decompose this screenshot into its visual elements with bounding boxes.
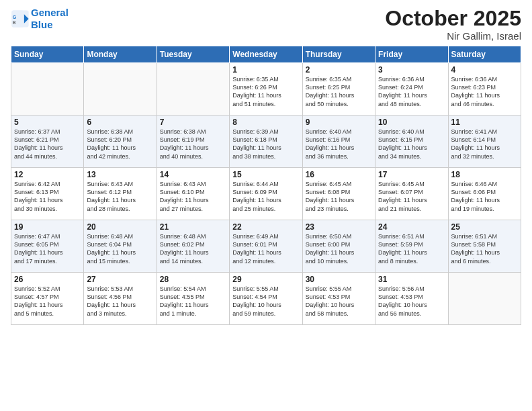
calendar-week-3: 12Sunrise: 6:42 AM Sunset: 6:13 PM Dayli…	[11, 168, 521, 220]
day-info: Sunrise: 6:48 AM Sunset: 6:04 PM Dayligh…	[87, 232, 153, 265]
day-info: Sunrise: 5:52 AM Sunset: 4:57 PM Dayligh…	[14, 285, 81, 318]
day-info: Sunrise: 6:48 AM Sunset: 6:02 PM Dayligh…	[160, 232, 226, 265]
calendar-cell: 15Sunrise: 6:44 AM Sunset: 6:09 PM Dayli…	[230, 168, 302, 220]
day-number: 24	[378, 222, 445, 232]
calendar-cell: 17Sunrise: 6:45 AM Sunset: 6:07 PM Dayli…	[375, 168, 448, 220]
calendar-cell: 23Sunrise: 6:50 AM Sunset: 6:00 PM Dayli…	[302, 220, 375, 273]
calendar-week-5: 26Sunrise: 5:52 AM Sunset: 4:57 PM Dayli…	[11, 273, 521, 325]
calendar-cell: 28Sunrise: 5:54 AM Sunset: 4:55 PM Dayli…	[157, 273, 229, 325]
day-info: Sunrise: 6:45 AM Sunset: 6:07 PM Dayligh…	[378, 180, 445, 213]
day-info: Sunrise: 6:45 AM Sunset: 6:08 PM Dayligh…	[306, 180, 372, 213]
calendar-cell: 7Sunrise: 6:38 AM Sunset: 6:19 PM Daylig…	[157, 116, 229, 168]
title-block: October 2025 Nir Gallim, Israel	[385, 7, 521, 42]
calendar-cell	[84, 63, 157, 116]
day-info: Sunrise: 5:56 AM Sunset: 4:53 PM Dayligh…	[378, 285, 445, 318]
calendar-cell: 11Sunrise: 6:41 AM Sunset: 6:14 PM Dayli…	[448, 116, 521, 168]
day-info: Sunrise: 6:38 AM Sunset: 6:20 PM Dayligh…	[87, 128, 153, 161]
day-number: 4	[451, 65, 518, 75]
weekday-header-saturday: Saturday	[448, 46, 521, 63]
day-number: 29	[232, 275, 299, 284]
day-number: 25	[451, 222, 518, 232]
calendar-cell: 9Sunrise: 6:40 AM Sunset: 6:16 PM Daylig…	[302, 116, 375, 168]
day-number: 26	[14, 275, 81, 284]
day-info: Sunrise: 6:44 AM Sunset: 6:09 PM Dayligh…	[232, 180, 299, 213]
calendar-cell: 25Sunrise: 6:51 AM Sunset: 5:58 PM Dayli…	[448, 220, 521, 273]
calendar-week-2: 5Sunrise: 6:37 AM Sunset: 6:21 PM Daylig…	[11, 116, 521, 168]
calendar-cell: 1Sunrise: 6:35 AM Sunset: 6:26 PM Daylig…	[230, 63, 302, 116]
calendar-cell: 12Sunrise: 6:42 AM Sunset: 6:13 PM Dayli…	[11, 168, 84, 220]
day-info: Sunrise: 6:43 AM Sunset: 6:12 PM Dayligh…	[87, 180, 153, 213]
calendar-cell	[11, 63, 84, 116]
calendar-cell: 26Sunrise: 5:52 AM Sunset: 4:57 PM Dayli…	[11, 273, 84, 325]
day-number: 31	[378, 275, 445, 284]
calendar-cell: 24Sunrise: 6:51 AM Sunset: 5:59 PM Dayli…	[375, 220, 448, 273]
calendar-cell: 22Sunrise: 6:49 AM Sunset: 6:01 PM Dayli…	[230, 220, 302, 273]
calendar-cell: 6Sunrise: 6:38 AM Sunset: 6:20 PM Daylig…	[84, 116, 157, 168]
weekday-header-monday: Monday	[84, 46, 157, 63]
day-number: 10	[378, 118, 445, 127]
day-number: 30	[306, 275, 372, 284]
day-info: Sunrise: 6:38 AM Sunset: 6:19 PM Dayligh…	[160, 128, 226, 161]
day-number: 19	[14, 222, 81, 232]
logo: G B General Blue	[11, 7, 69, 31]
day-info: Sunrise: 6:37 AM Sunset: 6:21 PM Dayligh…	[14, 128, 81, 161]
calendar-cell: 27Sunrise: 5:53 AM Sunset: 4:56 PM Dayli…	[84, 273, 157, 325]
svg-text:G: G	[13, 15, 17, 19]
day-number: 7	[160, 118, 226, 127]
calendar-cell: 3Sunrise: 6:36 AM Sunset: 6:24 PM Daylig…	[375, 63, 448, 116]
day-info: Sunrise: 5:54 AM Sunset: 4:55 PM Dayligh…	[160, 285, 226, 318]
header: G B General Blue October 2025 Nir Gallim…	[11, 7, 521, 42]
calendar-cell: 16Sunrise: 6:45 AM Sunset: 6:08 PM Dayli…	[302, 168, 375, 220]
calendar-cell: 5Sunrise: 6:37 AM Sunset: 6:21 PM Daylig…	[11, 116, 84, 168]
svg-text:B: B	[13, 20, 16, 25]
day-info: Sunrise: 6:36 AM Sunset: 6:23 PM Dayligh…	[451, 75, 518, 108]
weekday-header-friday: Friday	[375, 46, 448, 63]
day-number: 20	[87, 222, 153, 232]
day-info: Sunrise: 6:42 AM Sunset: 6:13 PM Dayligh…	[14, 180, 81, 213]
day-number: 14	[160, 170, 226, 179]
calendar-cell	[448, 273, 521, 325]
day-info: Sunrise: 5:55 AM Sunset: 4:54 PM Dayligh…	[232, 285, 299, 318]
day-info: Sunrise: 6:40 AM Sunset: 6:15 PM Dayligh…	[378, 128, 445, 161]
day-number: 15	[232, 170, 299, 179]
calendar-cell: 2Sunrise: 6:35 AM Sunset: 6:25 PM Daylig…	[302, 63, 375, 116]
calendar-cell: 18Sunrise: 6:46 AM Sunset: 6:06 PM Dayli…	[448, 168, 521, 220]
day-number: 22	[232, 222, 299, 232]
day-info: Sunrise: 6:36 AM Sunset: 6:24 PM Dayligh…	[378, 75, 445, 108]
day-number: 17	[378, 170, 445, 179]
weekday-header-sunday: Sunday	[11, 46, 84, 63]
calendar-cell: 4Sunrise: 6:36 AM Sunset: 6:23 PM Daylig…	[448, 63, 521, 116]
day-info: Sunrise: 6:46 AM Sunset: 6:06 PM Dayligh…	[451, 180, 518, 213]
calendar-cell: 29Sunrise: 5:55 AM Sunset: 4:54 PM Dayli…	[230, 273, 302, 325]
calendar-cell	[157, 63, 229, 116]
day-info: Sunrise: 6:39 AM Sunset: 6:18 PM Dayligh…	[232, 128, 299, 161]
day-number: 2	[306, 65, 372, 75]
day-info: Sunrise: 6:50 AM Sunset: 6:00 PM Dayligh…	[306, 232, 372, 265]
day-info: Sunrise: 6:40 AM Sunset: 6:16 PM Dayligh…	[306, 128, 372, 161]
calendar-cell: 31Sunrise: 5:56 AM Sunset: 4:53 PM Dayli…	[375, 273, 448, 325]
calendar-cell: 14Sunrise: 6:43 AM Sunset: 6:10 PM Dayli…	[157, 168, 229, 220]
day-number: 8	[232, 118, 299, 127]
day-info: Sunrise: 5:55 AM Sunset: 4:53 PM Dayligh…	[306, 285, 372, 318]
calendar-cell: 13Sunrise: 6:43 AM Sunset: 6:12 PM Dayli…	[84, 168, 157, 220]
day-info: Sunrise: 6:47 AM Sunset: 6:05 PM Dayligh…	[14, 232, 81, 265]
day-info: Sunrise: 5:53 AM Sunset: 4:56 PM Dayligh…	[87, 285, 153, 318]
weekday-header-tuesday: Tuesday	[157, 46, 229, 63]
day-info: Sunrise: 6:51 AM Sunset: 5:59 PM Dayligh…	[378, 232, 445, 265]
day-number: 12	[14, 170, 81, 179]
weekday-header-thursday: Thursday	[302, 46, 375, 63]
day-info: Sunrise: 6:51 AM Sunset: 5:58 PM Dayligh…	[451, 232, 518, 265]
calendar-cell: 21Sunrise: 6:48 AM Sunset: 6:02 PM Dayli…	[157, 220, 229, 273]
calendar-cell: 10Sunrise: 6:40 AM Sunset: 6:15 PM Dayli…	[375, 116, 448, 168]
day-number: 3	[378, 65, 445, 75]
calendar-week-1: 1Sunrise: 6:35 AM Sunset: 6:26 PM Daylig…	[11, 63, 521, 116]
day-number: 13	[87, 170, 153, 179]
weekday-header-wednesday: Wednesday	[230, 46, 302, 63]
day-number: 23	[306, 222, 372, 232]
day-info: Sunrise: 6:49 AM Sunset: 6:01 PM Dayligh…	[232, 232, 299, 265]
logo-general: General	[31, 7, 69, 18]
calendar-cell: 30Sunrise: 5:55 AM Sunset: 4:53 PM Dayli…	[302, 273, 375, 325]
day-number: 27	[87, 275, 153, 284]
calendar-table: SundayMondayTuesdayWednesdayThursdayFrid…	[11, 46, 521, 325]
logo-blue: Blue	[31, 19, 69, 31]
